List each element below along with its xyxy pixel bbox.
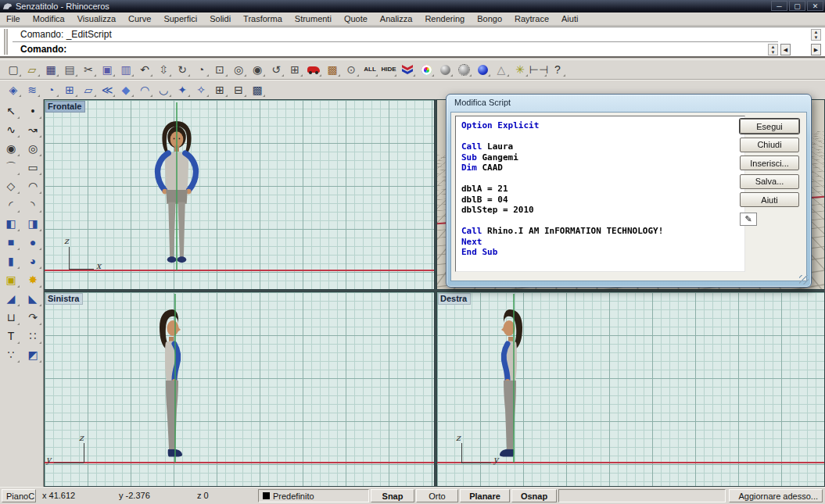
model-figure-left[interactable] (154, 306, 188, 463)
paste-button[interactable]: ▥ (117, 61, 135, 78)
circle-button[interactable]: ◉ (1, 139, 21, 158)
boolean-union-button[interactable]: ◕ (23, 252, 43, 270)
pan-view-button[interactable]: ⇳ (154, 61, 173, 78)
box-button[interactable]: ■ (1, 233, 21, 252)
menu-strumenti[interactable]: Strumenti (289, 13, 338, 24)
rotate-view-button[interactable]: ↻ (173, 61, 192, 78)
trim-button[interactable]: ◢ (1, 289, 21, 308)
new-file-button[interactable]: ▢ (4, 61, 23, 78)
menu-curve[interactable]: Curve (122, 13, 157, 24)
save-file-button[interactable]: ▦ (41, 61, 60, 78)
curve-interpolate-button[interactable]: ⌒ (1, 158, 21, 177)
plane-surface-button[interactable]: ▱ (79, 81, 98, 98)
viewport-label-sinistra[interactable]: Sinistra (45, 293, 83, 305)
explode-button[interactable]: ✸ (23, 270, 43, 289)
copy-button[interactable]: ▣ (98, 61, 117, 78)
command-history-spinner[interactable]: ▲▼ (811, 29, 821, 41)
shaded-viewport-button[interactable] (436, 61, 454, 78)
print-button[interactable]: ▤ (60, 61, 79, 78)
ghosted-viewport-button[interactable] (454, 61, 473, 78)
patch-button[interactable]: ✧ (192, 81, 210, 98)
array-button[interactable]: ∷ (23, 327, 43, 345)
menu-visualizza[interactable]: Visualizza (71, 13, 122, 24)
minimize-button[interactable]: ─ (771, 1, 787, 11)
menu-solidi[interactable]: Solidi (203, 13, 237, 24)
statusbar-toggle-planare[interactable]: Planare (460, 489, 510, 502)
rectangle-button[interactable]: ▭ (23, 158, 43, 177)
join-button[interactable]: ⊔ (1, 308, 21, 327)
surface-patch-button[interactable]: ◨ (23, 214, 43, 233)
menu-rendering[interactable]: Rendering (418, 13, 471, 24)
polygon-button[interactable]: ◇ (1, 177, 21, 195)
statusbar-toggle-snap[interactable]: Snap (371, 489, 414, 502)
select-arrow-button[interactable]: ↖ (1, 102, 21, 120)
surface-points-button[interactable]: ◧ (1, 214, 21, 233)
curve-freeform-button[interactable]: ∿ (1, 120, 21, 139)
viewport-layout-button[interactable]: ⊞ (285, 61, 304, 78)
eraser-tool-button[interactable]: ✎ (740, 213, 757, 226)
menu-modifica[interactable]: Modifica (27, 13, 71, 24)
viewport-destra[interactable]: Destra z y (436, 291, 825, 487)
rebuild-surface-button[interactable]: ≋ (23, 81, 41, 98)
conic-button[interactable]: ◜ (1, 195, 21, 214)
extend-curve-button[interactable]: ≪ (98, 81, 117, 98)
menu-file[interactable]: File (0, 13, 27, 24)
control-points-button[interactable]: ◈ (4, 81, 23, 98)
dimension-button[interactable]: ⊢⊣ (529, 61, 548, 78)
menu-raytrace[interactable]: Raytrace (508, 13, 555, 24)
menu-trasforma[interactable]: Trasforma (237, 13, 289, 24)
options-gears-button[interactable]: ✳ (511, 61, 529, 78)
curve-blend-button[interactable]: ◝ (23, 195, 43, 214)
cplane-button[interactable]: PianoC (2, 489, 36, 502)
surface-grid-button[interactable]: ⊞ (60, 81, 79, 98)
layer-chevrons-button[interactable] (398, 61, 417, 78)
point-cloud-button[interactable]: ∵ (1, 345, 21, 364)
cut-button[interactable]: ✂ (79, 61, 98, 78)
sphere-button[interactable]: ● (23, 233, 43, 252)
resize-grip[interactable] (799, 275, 809, 284)
zoom-window-button[interactable]: ⊡ (210, 61, 229, 78)
color-wheel-button[interactable] (417, 61, 436, 78)
circle-tangent-button[interactable]: ⊙ (342, 61, 360, 78)
script-editor[interactable]: Option Explicit Call LauraSub GangemiDim… (455, 116, 745, 272)
rotate-button[interactable]: ↷ (23, 308, 43, 327)
command-scroll-left-button[interactable]: ◀ (780, 44, 791, 55)
salva-button[interactable]: Salva... (740, 174, 799, 189)
mesh-patch-button[interactable]: ◆ (117, 81, 135, 98)
split-viewport-button[interactable]: ⊞ (210, 81, 229, 98)
update-now-button[interactable]: Aggiornare adesso... (729, 489, 823, 502)
open-file-button[interactable]: ▱ (23, 61, 41, 78)
blend-arc-button[interactable]: ◡ (154, 81, 173, 98)
ellipse-button[interactable]: ◎ (23, 139, 43, 158)
undo-view-button[interactable]: ↺ (267, 61, 285, 78)
command-prompt-spinner[interactable]: ▲▼ (768, 44, 778, 55)
sphere-quadrant-button[interactable]: ◔ (41, 81, 60, 98)
zoom-extents-button[interactable]: ◉ (248, 61, 267, 78)
render-button[interactable] (304, 61, 323, 78)
cylinder-button[interactable]: ▮ (1, 252, 21, 270)
viewport-config-button[interactable]: ⊟ (229, 81, 248, 98)
close-button[interactable]: ✕ (807, 1, 823, 11)
revolve-button[interactable]: ✦ (173, 81, 192, 98)
hide-objects-button[interactable]: HIDE (379, 61, 398, 78)
shade-button[interactable]: ◩ (23, 345, 43, 364)
viewport-sinistra[interactable]: Sinistra z y (44, 291, 435, 487)
render-preview-button[interactable]: ▩ (323, 61, 342, 78)
command-scroll-right-button[interactable]: ▶ (811, 44, 821, 55)
viewport-frontale[interactable]: Frontale z (44, 99, 435, 290)
menu-superfici[interactable]: Superfici (157, 13, 203, 24)
menu-aiuti[interactable]: Aiuti (555, 13, 584, 24)
curve-control-button[interactable]: ↝ (23, 120, 43, 139)
undo-button[interactable]: ↶ (135, 61, 154, 78)
point-button[interactable]: • (23, 102, 43, 120)
viewport-label-frontale[interactable]: Frontale (45, 101, 85, 113)
statusbar-toggle-osnap[interactable]: Osnap (511, 489, 557, 502)
inserisci-button[interactable]: Inserisci... (740, 155, 799, 170)
layer-state-button[interactable]: ▣ (1, 270, 21, 289)
command-prompt[interactable]: Comando: (13, 42, 739, 57)
viewport-label-destra[interactable]: Destra (438, 293, 471, 305)
rendered-viewport-button[interactable] (473, 61, 492, 78)
spotlight-button[interactable]: △ (492, 61, 511, 78)
help-button[interactable]: ? (548, 61, 567, 78)
menu-analizza[interactable]: Analizza (374, 13, 419, 24)
